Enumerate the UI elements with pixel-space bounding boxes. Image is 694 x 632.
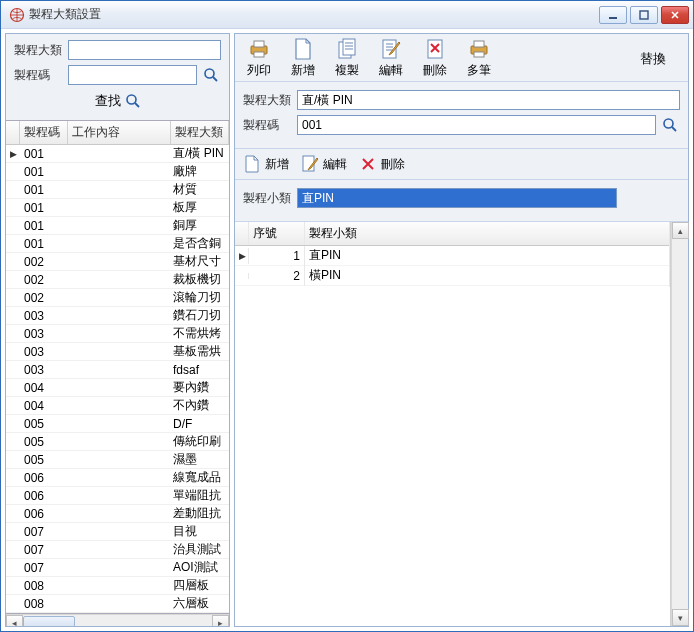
- cell-category: 基板需烘: [171, 343, 229, 360]
- row-indicator: ▶: [6, 149, 20, 159]
- col-subcategory[interactable]: 製程小類: [305, 222, 670, 245]
- cell-code: 008: [20, 597, 68, 611]
- cell-code: 004: [20, 381, 68, 395]
- print-button[interactable]: 列印: [241, 38, 277, 79]
- scroll-down-icon[interactable]: ▾: [672, 609, 689, 626]
- subcategory-input[interactable]: [297, 188, 617, 208]
- detail-code-input[interactable]: [297, 115, 656, 135]
- table-row[interactable]: ▶001直/橫 PIN: [6, 145, 229, 163]
- cell-code: 006: [20, 471, 68, 485]
- svg-rect-2: [640, 11, 648, 19]
- detail-category-input[interactable]: [297, 90, 680, 110]
- col-code[interactable]: 製程碼: [20, 121, 68, 144]
- table-row[interactable]: 001是否含銅: [6, 235, 229, 253]
- col-work[interactable]: 工作內容: [68, 121, 171, 144]
- cell-code: 001: [20, 165, 68, 179]
- cell-code: 002: [20, 273, 68, 287]
- search-icon: [203, 67, 219, 83]
- code-lookup-button[interactable]: [201, 65, 221, 85]
- table-row[interactable]: 003不需烘烤: [6, 325, 229, 343]
- app-icon: [9, 7, 25, 23]
- cell-category: 裁板機切: [171, 271, 229, 288]
- replace-button[interactable]: 替換: [640, 50, 666, 68]
- table-row[interactable]: 003鑽石刀切: [6, 307, 229, 325]
- add-button[interactable]: 新增: [285, 38, 321, 79]
- maximize-button[interactable]: [630, 6, 658, 24]
- sub-toolbar: 新增 編輯 刪除: [235, 149, 688, 180]
- scroll-right-icon[interactable]: ▸: [212, 615, 229, 627]
- cell-category: 線寬成品: [171, 469, 229, 486]
- table-row[interactable]: 003fdsaf: [6, 361, 229, 379]
- cell-name: 橫PIN: [305, 264, 670, 287]
- cell-category: 鑽石刀切: [171, 307, 229, 324]
- cell-code: 002: [20, 255, 68, 269]
- search-icon: [125, 93, 141, 109]
- table-row[interactable]: 002裁板機切: [6, 271, 229, 289]
- category-input[interactable]: [68, 40, 221, 60]
- table-row[interactable]: 004不內鑽: [6, 397, 229, 415]
- cell-code: 001: [20, 147, 68, 161]
- table-row[interactable]: 001板厚: [6, 199, 229, 217]
- table-row[interactable]: 005傳統印刷: [6, 433, 229, 451]
- copy-icon: [336, 38, 358, 60]
- sub-edit-button[interactable]: 編輯: [297, 153, 351, 175]
- horizontal-scrollbar[interactable]: ◂ ▸: [6, 614, 229, 626]
- cell-code: 001: [20, 219, 68, 233]
- table-row[interactable]: 006差動阻抗: [6, 505, 229, 523]
- table-row[interactable]: 001廠牌: [6, 163, 229, 181]
- table-row[interactable]: 2橫PIN: [235, 266, 670, 286]
- table-row[interactable]: 004要內鑽: [6, 379, 229, 397]
- cell-code: 005: [20, 435, 68, 449]
- sub-grid: 序號 製程小類 ▶1直PIN2橫PIN: [235, 222, 671, 626]
- sub-delete-button[interactable]: 刪除: [355, 153, 409, 175]
- scroll-up-icon[interactable]: ▴: [672, 222, 689, 239]
- scroll-thumb[interactable]: [23, 616, 75, 627]
- svg-point-15: [664, 119, 673, 128]
- table-row[interactable]: 001材質: [6, 181, 229, 199]
- multi-button[interactable]: 多筆: [461, 38, 497, 79]
- sub-add-button[interactable]: 新增: [239, 153, 293, 175]
- table-row[interactable]: 005濕墨: [6, 451, 229, 469]
- table-row[interactable]: 002基材尺寸: [6, 253, 229, 271]
- svg-rect-14: [474, 52, 484, 57]
- table-row[interactable]: 006單端阻抗: [6, 487, 229, 505]
- cell-seq: 1: [249, 246, 305, 266]
- table-row[interactable]: 008四層板: [6, 577, 229, 595]
- detail-label-category: 製程大類: [243, 92, 293, 109]
- cell-category: 滾輪刀切: [171, 289, 229, 306]
- delete-button[interactable]: 刪除: [417, 38, 453, 79]
- table-row[interactable]: 007目視: [6, 523, 229, 541]
- minimize-button[interactable]: [599, 6, 627, 24]
- cell-category: 是否含銅: [171, 235, 229, 252]
- col-seq[interactable]: 序號: [249, 222, 305, 245]
- edit-button[interactable]: 編輯: [373, 38, 409, 79]
- cell-code: 005: [20, 417, 68, 431]
- cell-code: 001: [20, 183, 68, 197]
- cell-category: 基材尺寸: [171, 253, 229, 270]
- svg-rect-7: [254, 52, 264, 57]
- table-row[interactable]: ▶1直PIN: [235, 246, 670, 266]
- table-row[interactable]: 006線寬成品: [6, 469, 229, 487]
- table-row[interactable]: 003基板需烘: [6, 343, 229, 361]
- table-row[interactable]: 007治具測試: [6, 541, 229, 559]
- table-row[interactable]: 001銅厚: [6, 217, 229, 235]
- table-row[interactable]: 007AOI測試: [6, 559, 229, 577]
- left-grid: 製程碼 工作內容 製程大類 ▶001直/橫 PIN001廠牌001材質001板厚…: [6, 120, 229, 626]
- vertical-scrollbar[interactable]: ▴ ▾: [671, 222, 688, 626]
- table-row[interactable]: 005D/F: [6, 415, 229, 433]
- printer-icon: [248, 38, 270, 60]
- col-category[interactable]: 製程大類: [171, 121, 229, 144]
- table-row[interactable]: 002滾輪刀切: [6, 289, 229, 307]
- new-doc-icon: [243, 155, 261, 173]
- table-row[interactable]: 008六層板: [6, 595, 229, 613]
- delete-x-icon: [359, 155, 377, 173]
- copy-button[interactable]: 複製: [329, 38, 365, 79]
- close-button[interactable]: [661, 6, 689, 24]
- cell-code: 003: [20, 309, 68, 323]
- search-button[interactable]: 查找: [95, 92, 141, 110]
- scroll-left-icon[interactable]: ◂: [6, 615, 23, 627]
- detail-lookup-button[interactable]: [660, 115, 680, 135]
- cell-code: 006: [20, 507, 68, 521]
- code-input[interactable]: [68, 65, 197, 85]
- detail-label-code: 製程碼: [243, 117, 293, 134]
